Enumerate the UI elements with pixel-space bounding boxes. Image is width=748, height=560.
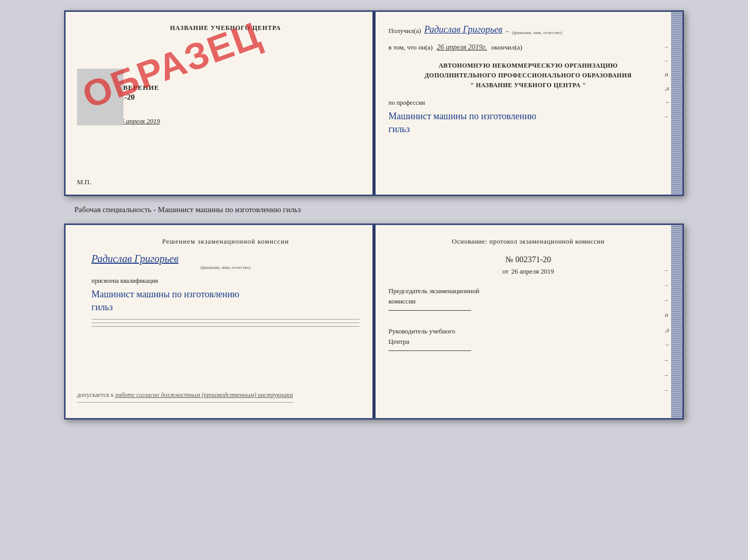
bottom-right-binding-stripe xyxy=(673,225,682,418)
stamp-text: ОБРАЗЕЦ xyxy=(78,34,217,115)
b-side-mark-9: – xyxy=(665,386,671,394)
fio-subtext-top: (фамилия, имя, отчество) xyxy=(512,30,562,35)
side-mark-2: – xyxy=(665,57,671,65)
b-side-mark-6: ← xyxy=(665,341,671,349)
side-mark-6: – xyxy=(665,113,671,120)
predsedatel-line2: комиссии xyxy=(388,296,668,307)
mp-label: М.П. xyxy=(77,178,91,186)
dopuskaetsya-section: допускается к работе согласно должностны… xyxy=(77,391,293,406)
side-mark-1: – xyxy=(665,43,671,51)
right-binding-stripe xyxy=(673,12,682,195)
org-line1: АВТОНОМНУЮ НЕКОММЕРЧЕСКУЮ ОРГАНИЗАЦИЮ xyxy=(388,61,668,71)
rukovoditel-line1: Руководитель учебного xyxy=(388,326,668,337)
rukovoditel-signature-line xyxy=(388,350,471,351)
profession-handwritten: Машинист машины по изготовлению гильз xyxy=(388,110,668,136)
line3 xyxy=(91,326,360,327)
completion-date: 26 апреля 2019г. xyxy=(437,43,487,52)
top-certificate-book: НАЗВАНИЕ УЧЕБНОГО ЦЕНТРА ОБРАЗЕЦ УДОСТОВ… xyxy=(64,10,684,196)
bottom-certificate-book: Решением экзаменационной комиссии Радисл… xyxy=(64,223,684,420)
rukovoditel-line2: Центра xyxy=(388,337,668,347)
right-side-marks-top: – – и ,а ← – xyxy=(665,43,671,120)
profession-line2: гильз xyxy=(388,123,668,136)
ot-label: от xyxy=(502,267,508,275)
rukovoditel-section: Руководитель учебного Центра xyxy=(388,326,668,351)
b-side-mark-7: – xyxy=(665,356,671,364)
side-mark-4: ,а xyxy=(665,85,671,92)
vtom-row: в том, что он(а) 26 апреля 2019г. окончи… xyxy=(388,43,668,52)
protocol-number-bottom: № 002371-20 xyxy=(388,255,668,264)
predsedatel-section: Председатель экзаменационной комиссии xyxy=(388,286,668,311)
resheniyem-text: Решением экзаменационной комиссии xyxy=(91,237,360,246)
prisvoena-label: присвоена квалификация xyxy=(91,277,360,285)
bottom-left-page: Решением экзаменационной комиссии Радисл… xyxy=(66,225,374,418)
b-side-mark-8: – xyxy=(665,371,671,379)
dopuskaetsya-label: допускается к xyxy=(77,391,114,398)
predsedatel-signature-line xyxy=(388,310,471,311)
poluchil-row: Получил(а) Радислав Григорьев – (фамилия… xyxy=(388,24,668,35)
top-left-page: НАЗВАНИЕ УЧЕБНОГО ЦЕНТРА ОБРАЗЕЦ УДОСТОВ… xyxy=(66,12,374,195)
po-professii-label: по профессии xyxy=(388,99,668,107)
ot-date-row: от 26 апреля 2019 xyxy=(388,267,668,276)
org-line3: " НАЗВАНИЕ УЧЕБНОГО ЦЕНТРА " xyxy=(388,81,668,90)
dopuskaetsya-line xyxy=(77,402,293,403)
protocol-number-text: № 002371-20 xyxy=(505,255,551,264)
recipient-name-top: Радислав Григорьев xyxy=(424,24,503,35)
osnovanie-text: Основание: протокол экзаменационной коми… xyxy=(388,237,668,246)
predsedatel-line1: Председатель экзаменационной xyxy=(388,286,668,296)
specialty-label: Рабочая специальность - Машинист машины … xyxy=(74,205,301,214)
poluchil-label: Получил(а) xyxy=(388,27,421,35)
ot-date-value: 26 апреля 2019 xyxy=(511,267,554,275)
dopuskaetsya-text: работе согласно должностным (производств… xyxy=(115,391,293,398)
side-mark-5: ← xyxy=(665,99,671,106)
vtom-label: в том, что он(а) xyxy=(388,43,433,52)
top-right-page: Получил(а) Радислав Григорьев – (фамилия… xyxy=(374,12,682,195)
obrazets-stamp: ОБРАЗЕЦ xyxy=(78,34,240,177)
document-container: НАЗВАНИЕ УЧЕБНОГО ЦЕНТРА ОБРАЗЕЦ УДОСТОВ… xyxy=(10,10,738,420)
line1 xyxy=(91,319,360,319)
b-side-mark-1: – xyxy=(665,266,671,274)
profession-line1: Машинист машины по изготовлению xyxy=(388,110,668,123)
recipient-name-bottom: Радислав Григорьев xyxy=(91,253,360,265)
b-side-mark-4: и xyxy=(665,311,671,319)
qual-line2: гильз xyxy=(91,301,360,314)
okonchil-label: окончил(а) xyxy=(491,43,522,52)
line2 xyxy=(91,323,360,323)
fio-subtext-bottom: (фамилия, имя, отчество) xyxy=(91,265,360,270)
side-mark-3: и xyxy=(665,71,671,78)
bottom-right-page: Основание: протокол экзаменационной коми… xyxy=(374,225,682,418)
org-description: АВТОНОМНУЮ НЕКОММЕРЧЕСКУЮ ОРГАНИЗАЦИЮ ДО… xyxy=(388,61,668,91)
dash-top: – xyxy=(506,27,509,35)
qual-line1: Машинист машины по изготовлению xyxy=(91,288,360,301)
b-side-mark-5: ,а xyxy=(665,326,671,334)
b-side-mark-3: – xyxy=(665,296,671,304)
right-side-marks-bottom: – – – и ,а ← – – – xyxy=(665,266,671,394)
qualification-handwritten: Машинист машины по изготовлению гильз xyxy=(91,288,360,314)
org-line2: ДОПОЛНИТЕЛЬНОГО ПРОФЕССИОНАЛЬНОГО ОБРАЗО… xyxy=(388,71,668,81)
b-side-mark-2: – xyxy=(665,281,671,289)
